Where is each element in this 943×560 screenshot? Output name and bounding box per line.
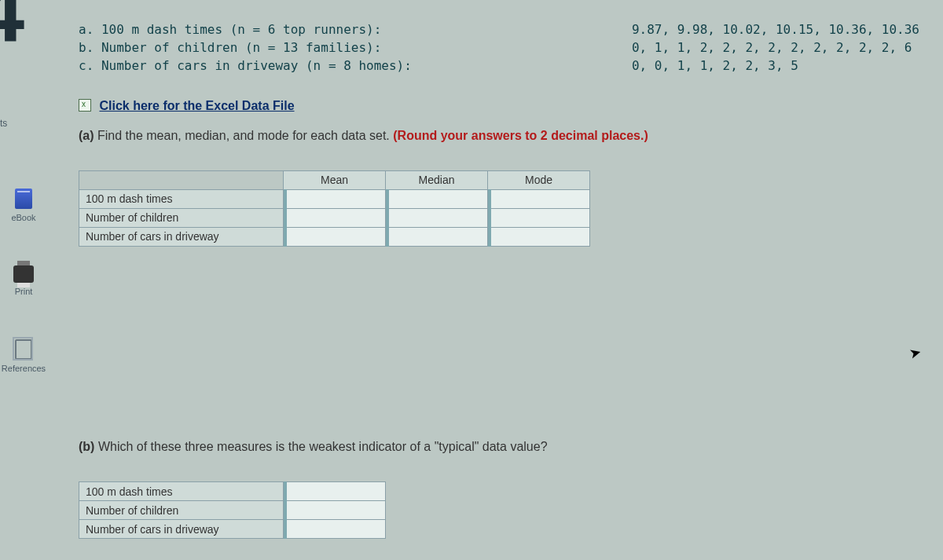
table-row: 100 m dash times bbox=[79, 189, 590, 208]
table-row: Number of cars in driveway bbox=[79, 227, 590, 246]
rowb-label-cars: Number of cars in driveway bbox=[79, 520, 284, 539]
left-nav: eBook Print References bbox=[0, 188, 47, 416]
data-line-c: c. Number of cars in driveway (n = 8 hom… bbox=[79, 57, 412, 75]
mean-cars-input[interactable] bbox=[284, 227, 386, 246]
mode-cars-input[interactable] bbox=[488, 227, 590, 246]
data-line-a: a. 100 m dash times (n = 6 top runners): bbox=[79, 20, 412, 38]
part-a-label: (a) bbox=[79, 129, 94, 142]
row-label-dash: 100 m dash times bbox=[79, 189, 284, 208]
median-dash-input[interactable] bbox=[386, 189, 488, 208]
weakest-dash-input[interactable] bbox=[284, 482, 386, 501]
references-icon bbox=[15, 339, 32, 360]
answer-table-b: 100 m dash times Number of children Numb… bbox=[79, 481, 386, 539]
nav-ebook[interactable]: eBook bbox=[0, 188, 47, 222]
mean-children-input[interactable] bbox=[284, 208, 386, 227]
data-block: a. 100 m dash times (n = 6 top runners):… bbox=[79, 20, 919, 75]
table-a-col-mean: Mean bbox=[284, 170, 386, 189]
mean-dash-input[interactable] bbox=[284, 189, 386, 208]
row-label-children: Number of children bbox=[79, 208, 284, 227]
nav-references[interactable]: References bbox=[0, 339, 47, 373]
part-b-label: (b) bbox=[79, 440, 94, 453]
row-label-cars: Number of cars in driveway bbox=[79, 227, 284, 246]
mode-children-input[interactable] bbox=[488, 208, 590, 227]
median-children-input[interactable] bbox=[386, 208, 488, 227]
table-row: 100 m dash times bbox=[79, 482, 386, 501]
median-cars-input[interactable] bbox=[386, 227, 488, 246]
ebook-icon bbox=[15, 188, 32, 209]
nav-print[interactable]: Print bbox=[0, 265, 47, 296]
part-a-hint: (Round your answers to 2 decimal places.… bbox=[393, 129, 648, 142]
weakest-cars-input[interactable] bbox=[284, 520, 386, 539]
table-a-col-mode: Mode bbox=[488, 170, 590, 189]
excel-icon bbox=[79, 99, 91, 112]
table-row: Number of cars in driveway bbox=[79, 520, 386, 539]
rowb-label-dash: 100 m dash times bbox=[79, 482, 284, 501]
part-a-text: Find the mean, median, and mode for each… bbox=[97, 129, 390, 142]
sidebar-fragment: ts bbox=[0, 118, 7, 129]
excel-link-row: Click here for the Excel Data File bbox=[79, 97, 919, 113]
rowb-label-children: Number of children bbox=[79, 501, 284, 520]
nav-ebook-label: eBook bbox=[0, 213, 47, 222]
nav-references-label: References bbox=[0, 364, 47, 373]
table-a-corner bbox=[79, 170, 284, 189]
answer-table-a: Mean Median Mode 100 m dash times Number… bbox=[79, 170, 590, 247]
table-a-col-median: Median bbox=[386, 170, 488, 189]
question-number: 4 bbox=[0, 0, 20, 60]
data-values-a: 9.87, 9.98, 10.02, 10.15, 10.36, 10.36 bbox=[632, 20, 919, 38]
mode-dash-input[interactable] bbox=[488, 189, 590, 208]
table-row: Number of children bbox=[79, 208, 590, 227]
weakest-children-input[interactable] bbox=[284, 501, 386, 520]
data-line-b: b. Number of children (n = 13 families): bbox=[79, 38, 412, 57]
nav-print-label: Print bbox=[0, 287, 47, 296]
part-b-text: Which of these three measures is the wea… bbox=[98, 440, 548, 453]
printer-icon bbox=[13, 265, 34, 283]
cursor-icon: ➤ bbox=[907, 342, 923, 362]
part-b-prompt: (b) Which of these three measures is the… bbox=[79, 440, 919, 454]
part-a-prompt: (a) Find the mean, median, and mode for … bbox=[79, 129, 919, 143]
excel-data-file-link[interactable]: Click here for the Excel Data File bbox=[99, 99, 294, 112]
table-row: Number of children bbox=[79, 501, 386, 520]
data-values-c: 0, 0, 1, 1, 2, 2, 3, 5 bbox=[632, 57, 919, 75]
data-values-b: 0, 1, 1, 2, 2, 2, 2, 2, 2, 2, 2, 2, 6 bbox=[632, 38, 919, 57]
